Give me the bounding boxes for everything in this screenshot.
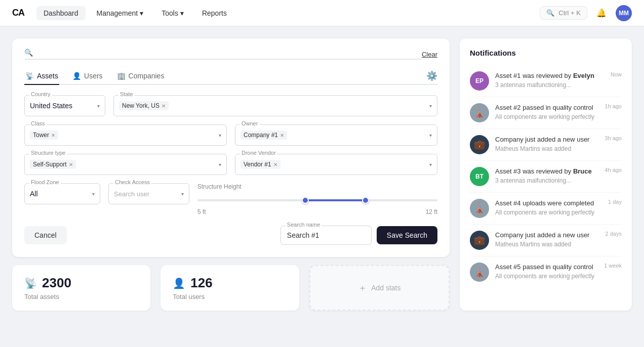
notif-avatar: 🗼 (470, 199, 489, 218)
search-icon: 🔍 (24, 49, 33, 57)
notif-avatar: 🗼 (470, 263, 489, 282)
notifications-list: EP Asset #1 was reviewed by Evelyn 3 ant… (470, 65, 622, 288)
drone-vendor-select[interactable]: Vendor #1 ✕ (235, 154, 437, 175)
search-tabs: 📡 Assets 👤 Users 🏢 Companies ⚙️ (24, 68, 437, 85)
filter-row-3: Structure type Self-Support ✕ Drone Vend… (24, 154, 437, 175)
save-search-row: Search name Save Search (280, 226, 437, 245)
check-access-select[interactable]: Search user (108, 183, 189, 204)
notif-avatar: 💼 (470, 135, 489, 154)
notif-avatar: BT (470, 167, 489, 186)
top-navigation: CA Dashboard Management ▾ Tools ▾ Report… (0, 0, 644, 26)
notification-item: EP Asset #1 was reviewed by Evelyn 3 ant… (470, 65, 622, 97)
notif-body: Asset #4 uploads were completed All comp… (495, 199, 602, 216)
notif-body: Asset #3 was reviewed by Bruce 3 antenna… (495, 167, 598, 184)
filter-row-2: Class Tower ✕ Owner (24, 124, 437, 146)
chevron-down-icon: ▾ (180, 9, 184, 17)
plus-icon: ＋ (358, 282, 367, 294)
notif-body: Asset #5 passed in quality control All c… (495, 263, 598, 280)
search-icon: 🔍 (546, 9, 554, 17)
remove-drone-vendor-tag[interactable]: ✕ (273, 162, 277, 167)
notifications-card: Notifications EP Asset #1 was reviewed b… (460, 38, 632, 311)
remove-owner-tag[interactable]: ✕ (280, 133, 284, 138)
main-layout: 🔍 Clear 📡 Assets 👤 Users (0, 26, 644, 323)
tower-icon: 📡 (24, 277, 37, 289)
state-filter: State New York, US ✕ (113, 95, 437, 116)
notif-body: Asset #2 passed in quality control All c… (495, 103, 598, 120)
notification-item: 💼 Company just added a new user Matheus … (470, 225, 622, 256)
nav-reports[interactable]: Reports (195, 6, 234, 20)
chevron-down-icon: ▾ (140, 9, 143, 17)
search-input[interactable] (37, 49, 422, 57)
nav-dashboard[interactable]: Dashboard (36, 6, 86, 20)
notification-item: 🗼 Asset #5 passed in quality control All… (470, 256, 622, 288)
notif-avatar: 💼 (470, 231, 489, 250)
add-stats-card[interactable]: ＋ Add stats (309, 265, 450, 311)
structure-type-filter: Structure type Self-Support ✕ (24, 154, 227, 175)
slider-track (197, 199, 437, 201)
drone-vendor-filter: Drone Vendor Vendor #1 ✕ (235, 154, 437, 175)
notifications-bell[interactable]: 🔔 (593, 5, 610, 21)
chevron-down-icon (429, 133, 432, 138)
search-top-row: 🔍 Clear (24, 49, 437, 60)
structure-type-select[interactable]: Self-Support ✕ (24, 154, 227, 175)
cancel-button[interactable]: Cancel (24, 226, 67, 244)
notif-avatar: EP (470, 71, 489, 91)
notification-item: BT Asset #3 was reviewed by Bruce 3 ante… (470, 161, 622, 193)
owner-select[interactable]: Company #1 ✕ (235, 124, 437, 146)
filters-grid: Country United States State New York, US… (24, 95, 437, 215)
slider-thumb-left[interactable] (302, 197, 309, 204)
chevron-down-icon (429, 162, 432, 167)
settings-button[interactable]: ⚙️ (426, 70, 437, 81)
user-avatar[interactable]: MM (616, 5, 632, 21)
remove-class-tag[interactable]: ✕ (51, 133, 55, 138)
remove-state-tag[interactable]: ✕ (162, 103, 166, 109)
owner-filter: Owner Company #1 ✕ (235, 124, 437, 146)
search-name-field: Search name (280, 226, 372, 245)
clear-button[interactable]: Clear (422, 51, 437, 58)
filter-row-4: Flood Zone All Check Access Search user (24, 183, 437, 215)
drone-vendor-tag: Vendor #1 ✕ (240, 160, 280, 169)
country-select[interactable]: United States (24, 95, 105, 116)
search-input-container: 🔍 (24, 49, 422, 60)
flood-zone-filter: Flood Zone All (24, 183, 100, 204)
chevron-down-icon (92, 191, 95, 197)
class-select[interactable]: Tower ✕ (24, 124, 227, 146)
slider-thumb-right[interactable] (362, 197, 369, 204)
user-stat-icon: 👤 (173, 277, 185, 289)
left-panel: 🔍 Clear 📡 Assets 👤 Users (12, 38, 450, 311)
chevron-down-icon (97, 103, 100, 109)
owner-tag: Company #1 ✕ (240, 131, 287, 140)
save-search-button[interactable]: Save Search (377, 226, 437, 244)
chevron-down-icon (181, 191, 184, 197)
state-tag: New York, US ✕ (119, 101, 169, 110)
tab-assets[interactable]: 📡 Assets (24, 68, 59, 85)
notif-body: Company just added a new user Matheus Ma… (495, 135, 598, 152)
filter-row-1: Country United States State New York, US… (24, 95, 437, 116)
logo: CA (12, 8, 24, 18)
chevron-down-icon (429, 103, 432, 109)
right-panel: Notifications EP Asset #1 was reviewed b… (460, 38, 632, 311)
country-filter: Country United States (24, 95, 105, 116)
bottom-actions-row: Cancel Search name Save Search (24, 226, 437, 245)
tab-companies[interactable]: 🏢 Companies (116, 68, 166, 85)
structure-type-tag: Self-Support ✕ (30, 160, 76, 169)
tab-users[interactable]: 👤 Users (71, 68, 104, 85)
assets-icon: 📡 (25, 72, 34, 80)
global-search-box[interactable]: 🔍 Ctrl + K (540, 6, 587, 20)
nav-tools[interactable]: Tools ▾ (154, 6, 191, 20)
flood-zone-select[interactable]: All (24, 183, 100, 204)
class-tag: Tower ✕ (30, 131, 58, 140)
slider-labels: 5 ft 12 ft (197, 208, 437, 215)
user-icon: 👤 (72, 72, 81, 80)
structure-height-filter: Structure Height 5 ft 12 ft (197, 183, 437, 215)
notif-body: Asset #1 was reviewed by Evelyn 3 antenn… (495, 71, 605, 89)
class-filter: Class Tower ✕ (24, 124, 227, 146)
total-users-card: 👤 126 Total users (160, 265, 299, 311)
remove-structure-type-tag[interactable]: ✕ (69, 162, 73, 167)
state-select[interactable]: New York, US ✕ (113, 95, 437, 116)
notif-avatar: 🗼 (470, 103, 489, 122)
nav-management[interactable]: Management ▾ (90, 6, 151, 20)
search-name-input[interactable] (280, 226, 372, 245)
search-card: 🔍 Clear 📡 Assets 👤 Users (12, 38, 450, 257)
building-icon: 🏢 (117, 72, 126, 80)
